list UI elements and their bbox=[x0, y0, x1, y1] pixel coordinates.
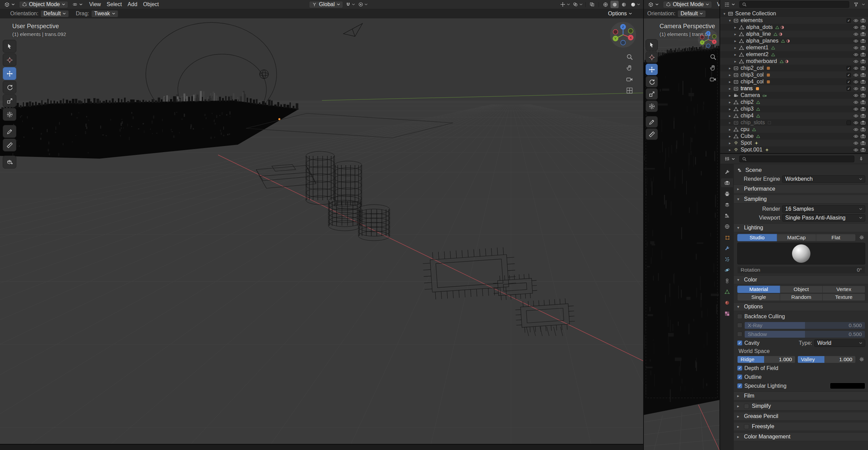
viewport-canvas[interactable]: User Perspective (1) elements | trans.09… bbox=[0, 19, 643, 444]
tab-world[interactable] bbox=[721, 222, 733, 231]
pin-icon[interactable] bbox=[857, 155, 865, 163]
hide-in-viewport-toggle[interactable] bbox=[852, 52, 859, 57]
disclosure-triangle[interactable]: ▸ bbox=[732, 25, 738, 30]
rotate-tool-button[interactable] bbox=[646, 76, 658, 87]
collection-exclude-checkbox[interactable] bbox=[847, 18, 851, 23]
editor-type-button[interactable] bbox=[647, 1, 660, 8]
disclosure-triangle[interactable]: ▸ bbox=[727, 134, 733, 139]
hide-in-viewport-toggle[interactable] bbox=[852, 73, 859, 78]
simplify-checkbox[interactable] bbox=[744, 404, 749, 409]
disable-in-render-toggle[interactable] bbox=[859, 32, 867, 37]
tab-particles[interactable] bbox=[721, 255, 733, 263]
eye-icon[interactable] bbox=[853, 93, 858, 98]
eye-icon[interactable] bbox=[853, 79, 858, 84]
hide-in-viewport-toggle[interactable] bbox=[852, 120, 859, 125]
outliner-row[interactable]: ▸Camera bbox=[720, 92, 868, 99]
outliner-row[interactable]: ▾elements bbox=[720, 17, 868, 24]
measure-tool-button[interactable] bbox=[3, 139, 16, 151]
eye-icon[interactable] bbox=[853, 147, 858, 152]
cavity-checkbox[interactable] bbox=[737, 340, 742, 345]
tab-tool[interactable] bbox=[721, 167, 733, 176]
menu-view[interactable]: View bbox=[87, 1, 103, 8]
collection-exclude-checkbox[interactable] bbox=[847, 86, 851, 91]
annotate-tool-button[interactable] bbox=[646, 116, 658, 128]
outliner-search-input[interactable] bbox=[749, 1, 847, 8]
collection-exclude-checkbox[interactable] bbox=[847, 120, 851, 125]
outliner-row[interactable]: ▸trans bbox=[720, 85, 868, 92]
tab-scene[interactable] bbox=[721, 211, 733, 220]
eye-icon[interactable] bbox=[853, 52, 858, 57]
eye-icon[interactable] bbox=[853, 73, 858, 78]
disclosure-triangle[interactable]: ▸ bbox=[727, 73, 733, 77]
tab-material[interactable] bbox=[721, 298, 733, 307]
outliner-row[interactable]: ▸chip4_col bbox=[720, 78, 868, 85]
exclude-checkbox-slot[interactable] bbox=[845, 120, 852, 125]
add-cube-tool-button[interactable] bbox=[3, 156, 16, 168]
studiolight-settings-icon[interactable] bbox=[858, 235, 865, 240]
hide-in-viewport-toggle[interactable] bbox=[852, 127, 859, 132]
disclosure-triangle[interactable]: ▸ bbox=[727, 86, 733, 91]
eye-icon[interactable] bbox=[853, 141, 858, 146]
disclosure-triangle[interactable]: ▸ bbox=[727, 100, 733, 105]
color-mode-texture[interactable]: Texture bbox=[823, 293, 865, 301]
hide-in-viewport-toggle[interactable] bbox=[852, 25, 859, 30]
disclosure-triangle[interactable]: ▸ bbox=[732, 39, 738, 43]
eye-icon[interactable] bbox=[853, 100, 858, 105]
zoom-icon[interactable] bbox=[626, 53, 633, 60]
collection-exclude-checkbox[interactable] bbox=[847, 66, 851, 70]
outliner-row[interactable]: ▸chip2 bbox=[720, 99, 868, 106]
mode-transfer-button[interactable] bbox=[71, 1, 84, 8]
lighting-tab-flat[interactable]: Flat bbox=[816, 234, 856, 241]
exclude-checkbox-slot[interactable] bbox=[845, 18, 852, 23]
eye-icon[interactable] bbox=[853, 25, 858, 30]
render-camera-icon[interactable] bbox=[861, 52, 866, 57]
camera-view-icon[interactable] bbox=[710, 76, 716, 83]
color-mode-random[interactable]: Random bbox=[780, 293, 823, 301]
render-engine-select[interactable]: Workbench bbox=[782, 175, 865, 183]
eye-icon[interactable] bbox=[853, 113, 858, 118]
disclosure-triangle[interactable]: ▸ bbox=[732, 52, 738, 57]
editor-type-button[interactable] bbox=[723, 155, 737, 162]
proportional-editing-icon[interactable] bbox=[357, 1, 365, 8]
studiolight-preview[interactable] bbox=[737, 243, 865, 264]
shading-wireframe-icon[interactable] bbox=[601, 1, 609, 8]
render-camera-icon[interactable] bbox=[861, 66, 866, 71]
disclosure-triangle[interactable]: ▸ bbox=[727, 120, 733, 125]
ridge-slider[interactable]: Ridge 1.000 bbox=[737, 356, 795, 363]
disable-in-render-toggle[interactable] bbox=[859, 141, 867, 146]
render-camera-icon[interactable] bbox=[861, 73, 866, 78]
outliner-row[interactable]: ▸chip2_col bbox=[720, 65, 868, 71]
xray-toggle-icon[interactable] bbox=[588, 1, 596, 8]
orientation-dropdown[interactable]: Default bbox=[41, 10, 69, 17]
hide-in-viewport-toggle[interactable] bbox=[852, 38, 859, 44]
disclosure-triangle[interactable]: ▸ bbox=[727, 66, 733, 70]
disable-in-render-toggle[interactable] bbox=[859, 79, 867, 84]
hide-in-viewport-toggle[interactable] bbox=[852, 134, 859, 139]
eye-icon[interactable] bbox=[853, 120, 858, 125]
eye-icon[interactable] bbox=[853, 86, 858, 91]
render-camera-icon[interactable] bbox=[861, 141, 866, 146]
hide-in-viewport-toggle[interactable] bbox=[852, 32, 859, 37]
eye-icon[interactable] bbox=[853, 32, 858, 37]
section-sampling[interactable]: ▾Sampling bbox=[734, 195, 868, 204]
move-tool-button[interactable] bbox=[3, 67, 16, 80]
render-camera-icon[interactable] bbox=[861, 113, 866, 118]
render-camera-icon[interactable] bbox=[861, 79, 866, 84]
properties-search[interactable] bbox=[739, 156, 854, 162]
rotation-slider[interactable]: Rotation 0° bbox=[737, 266, 865, 274]
exclude-checkbox-slot[interactable] bbox=[845, 73, 852, 77]
outline-checkbox[interactable] bbox=[737, 374, 742, 380]
camera-view-icon[interactable] bbox=[626, 76, 633, 83]
lighting-tab-matcap[interactable]: MatCap bbox=[777, 234, 817, 241]
outliner-row[interactable]: ▸alpha_planes bbox=[720, 37, 868, 44]
exclude-checkbox-slot[interactable] bbox=[845, 66, 852, 70]
render-camera-icon[interactable] bbox=[861, 86, 866, 91]
snap-magnet-icon[interactable] bbox=[344, 1, 352, 8]
disclosure-triangle[interactable]: ▸ bbox=[727, 80, 733, 84]
hide-in-viewport-toggle[interactable] bbox=[852, 66, 859, 71]
hide-in-viewport-toggle[interactable] bbox=[852, 100, 859, 105]
outliner-row[interactable]: ▸Spot bbox=[720, 140, 868, 146]
xray-checkbox[interactable] bbox=[737, 323, 742, 328]
hide-in-viewport-toggle[interactable] bbox=[852, 45, 859, 50]
outliner-row[interactable]: ▾Scene Collection bbox=[720, 10, 868, 17]
